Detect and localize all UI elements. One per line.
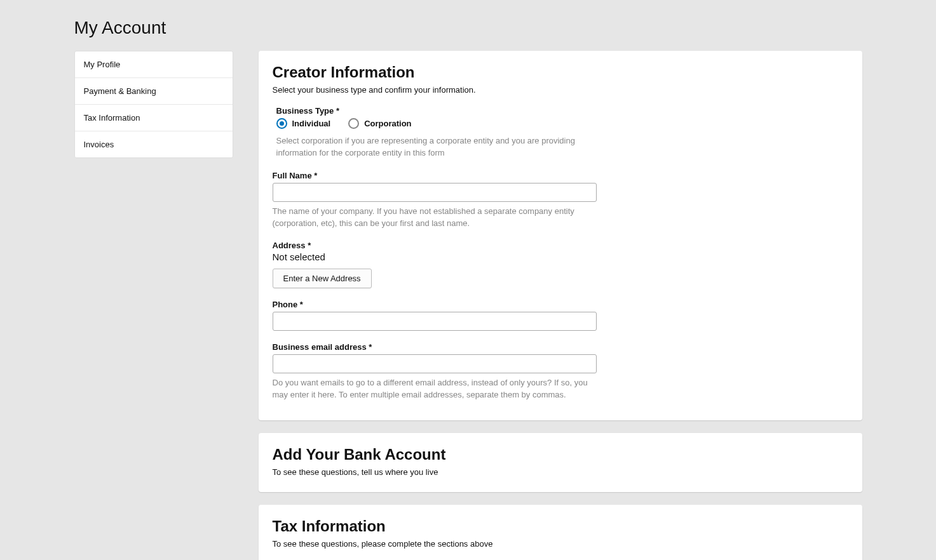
full-name-label: Full Name * [273, 171, 848, 180]
tax-card-title: Tax Information [273, 517, 848, 535]
radio-individual[interactable]: Individual [276, 118, 331, 129]
address-label: Address * [273, 241, 848, 250]
page-title: My Account [74, 0, 862, 51]
address-value: Not selected [273, 251, 848, 262]
radio-corporation[interactable]: Corporation [348, 118, 411, 129]
account-sidebar: My Profile Payment & Banking Tax Informa… [74, 51, 233, 158]
bank-card-title: Add Your Bank Account [273, 446, 848, 463]
sidebar-item-label: Payment & Banking [84, 86, 156, 96]
sidebar-item-payment-banking[interactable]: Payment & Banking [75, 78, 233, 105]
sidebar-item-my-profile[interactable]: My Profile [75, 51, 233, 78]
bank-card-subtitle: To see these questions, tell us where yo… [273, 467, 848, 477]
radio-icon [348, 118, 359, 129]
phone-field: Phone * [273, 300, 848, 331]
sidebar-item-label: Tax Information [84, 113, 140, 123]
phone-input[interactable] [273, 312, 597, 331]
phone-label: Phone * [273, 300, 848, 309]
sidebar-item-label: My Profile [84, 60, 121, 69]
creator-card-title: Creator Information [273, 63, 848, 81]
radio-individual-label: Individual [292, 119, 331, 128]
radio-icon [276, 118, 287, 129]
email-input[interactable] [273, 354, 597, 373]
email-field: Business email address * Do you want ema… [273, 342, 848, 401]
sidebar-item-invoices[interactable]: Invoices [75, 131, 233, 157]
address-field: Address * Not selected Enter a New Addre… [273, 241, 848, 288]
email-helper: Do you want emails to go to a different … [273, 377, 603, 401]
business-type-field: Business Type * Individual Corporation S… [273, 106, 848, 159]
email-label: Business email address * [273, 342, 848, 352]
radio-corporation-label: Corporation [364, 119, 411, 128]
creator-card-subtitle: Select your business type and confirm yo… [273, 85, 848, 95]
tax-card-subtitle: To see these questions, please complete … [273, 539, 848, 549]
main-content: Creator Information Select your business… [259, 51, 862, 560]
bank-account-card: Add Your Bank Account To see these quest… [259, 433, 862, 492]
tax-information-card: Tax Information To see these questions, … [259, 505, 862, 560]
sidebar-item-tax-information[interactable]: Tax Information [75, 105, 233, 131]
business-type-helper: Select corporation if you are representi… [276, 135, 607, 159]
sidebar-item-label: Invoices [84, 140, 114, 149]
full-name-input[interactable] [273, 183, 597, 202]
enter-new-address-button[interactable]: Enter a New Address [273, 269, 372, 288]
full-name-field: Full Name * The name of your company. If… [273, 171, 848, 230]
business-type-label: Business Type * [276, 106, 848, 116]
full-name-helper: The name of your company. If you have no… [273, 206, 603, 230]
creator-information-card: Creator Information Select your business… [259, 51, 862, 420]
